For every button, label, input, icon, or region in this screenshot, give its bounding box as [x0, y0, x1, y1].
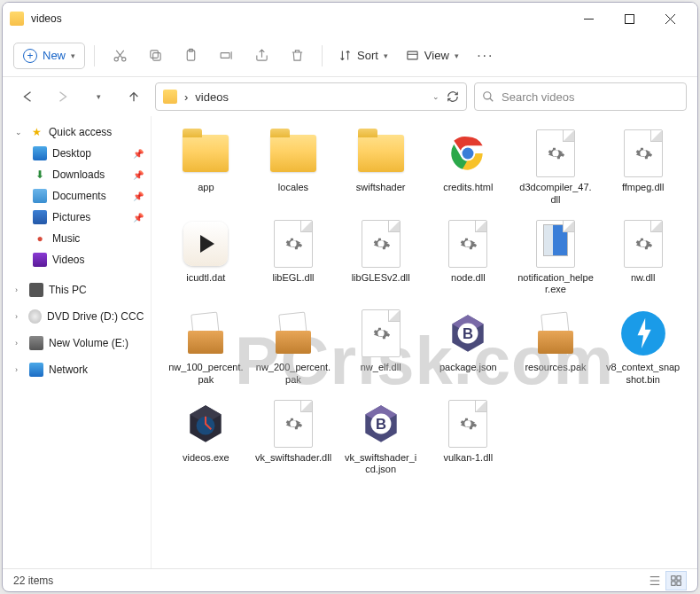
- downloads-icon: ⬇: [33, 168, 47, 182]
- file-item[interactable]: nw_elf.dll: [338, 305, 423, 390]
- sidebar-quick-access[interactable]: ⌄ ★ Quick access: [3, 121, 151, 143]
- file-label: locales: [278, 182, 308, 194]
- file-label: nw_200_percent.pak: [255, 362, 332, 387]
- breadcrumb-current: videos: [195, 90, 229, 104]
- more-button[interactable]: ···: [470, 40, 502, 72]
- disc-icon: [28, 309, 42, 324]
- address-bar[interactable]: › videos ⌄: [155, 82, 467, 111]
- separator: [94, 45, 95, 66]
- copy-button[interactable]: [139, 40, 171, 72]
- file-label: v8_context_snapshot.bin: [604, 362, 681, 387]
- chevron-down-icon[interactable]: ⌄: [432, 92, 439, 101]
- forward-button[interactable]: [49, 82, 77, 111]
- rename-button[interactable]: [210, 40, 242, 72]
- file-icon: [181, 129, 230, 178]
- file-icon: B: [443, 309, 493, 358]
- sidebar-item-music[interactable]: ●Music: [3, 228, 151, 249]
- delete-button[interactable]: [281, 40, 313, 72]
- search-input[interactable]: Search videos: [474, 82, 687, 111]
- file-item[interactable]: app: [164, 125, 248, 210]
- sidebar-item-desktop[interactable]: Desktop📌: [3, 143, 151, 164]
- svg-rect-22: [677, 581, 681, 584]
- sidebar-item-downloads[interactable]: ⬇Downloads📌: [3, 164, 151, 185]
- plus-icon: +: [23, 49, 37, 63]
- chevron-right-icon: ›: [15, 339, 24, 348]
- file-item[interactable]: credits.html: [426, 125, 510, 210]
- file-item[interactable]: ffmpeg.dll: [601, 125, 685, 210]
- file-item[interactable]: v8_context_snapshot.bin: [601, 305, 685, 390]
- drive-icon: [29, 336, 43, 350]
- file-icon: [531, 309, 580, 358]
- sort-button[interactable]: Sort ▾: [331, 43, 395, 67]
- sidebar-item-pictures[interactable]: Pictures📌: [3, 207, 151, 228]
- file-item[interactable]: libEGL.dll: [252, 215, 336, 301]
- file-item[interactable]: node.dll: [426, 215, 510, 301]
- svg-point-1: [114, 58, 118, 61]
- details-view-button[interactable]: [644, 571, 665, 590]
- file-icon: [181, 219, 230, 269]
- file-label: notification_helper.exe: [517, 272, 595, 297]
- command-toolbar: + New ▾ Sort ▾ View ▾ ···: [3, 35, 697, 77]
- network-icon: [29, 363, 43, 377]
- sidebar-item-documents[interactable]: Documents📌: [3, 185, 151, 207]
- svg-point-9: [484, 92, 491, 99]
- file-item[interactable]: nw_100_percent.pak: [164, 305, 248, 390]
- chevron-down-icon: ▾: [71, 51, 75, 60]
- sidebar-this-pc[interactable]: ›This PC: [3, 279, 151, 301]
- chevron-right-icon: ›: [15, 285, 24, 294]
- file-icon: [268, 219, 318, 269]
- view-icon: [406, 49, 419, 62]
- chevron-right-icon: ›: [15, 312, 23, 321]
- up-button[interactable]: [120, 82, 148, 111]
- file-item[interactable]: Bvk_swiftshader_icd.json: [338, 395, 423, 481]
- sidebar-network[interactable]: ›Network: [3, 359, 151, 380]
- search-icon: [482, 90, 494, 103]
- recent-button[interactable]: ▾: [84, 82, 113, 111]
- pc-icon: [29, 283, 43, 297]
- quick-access-label: Quick access: [49, 126, 112, 138]
- sidebar-dvd[interactable]: ›DVD Drive (D:) CCCC: [3, 306, 151, 327]
- file-item[interactable]: videos.exe: [164, 395, 248, 481]
- sidebar-new-volume[interactable]: ›New Volume (E:): [3, 332, 151, 354]
- cut-button[interactable]: [104, 40, 136, 72]
- file-label: credits.html: [443, 182, 493, 194]
- sidebar-item-videos[interactable]: Videos: [3, 249, 151, 270]
- file-item[interactable]: Bpackage.json: [426, 305, 510, 390]
- desktop-icon: [33, 146, 47, 160]
- file-item[interactable]: nw.dll: [601, 215, 685, 301]
- file-label: app: [198, 182, 214, 194]
- file-item[interactable]: notification_helper.exe: [514, 215, 598, 301]
- body: ⌄ ★ Quick access Desktop📌 ⬇Downloads📌 Do…: [3, 116, 697, 568]
- file-item[interactable]: libGLESv2.dll: [338, 215, 423, 301]
- file-icon: [181, 399, 230, 449]
- file-icon: [356, 309, 406, 358]
- file-icon: [268, 129, 318, 178]
- refresh-icon[interactable]: [447, 90, 459, 103]
- file-item[interactable]: nw_200_percent.pak: [252, 305, 336, 390]
- files-grid[interactable]: PCrisk.com applocalesswiftshadercredits.…: [152, 116, 697, 568]
- file-item[interactable]: swiftshader: [338, 125, 423, 210]
- pin-icon: 📌: [133, 191, 144, 201]
- file-icon: [531, 129, 580, 178]
- view-button[interactable]: View ▾: [399, 43, 466, 67]
- new-button[interactable]: + New ▾: [13, 43, 85, 69]
- file-item[interactable]: vk_swiftshader.dll: [252, 395, 336, 481]
- close-button[interactable]: [649, 4, 690, 33]
- status-bar: 22 items: [3, 568, 697, 591]
- back-button[interactable]: [13, 82, 42, 111]
- file-label: vk_swiftshader.dll: [255, 452, 331, 465]
- icons-view-button[interactable]: [665, 571, 687, 590]
- file-item[interactable]: d3dcompiler_47.dll: [514, 125, 598, 210]
- file-item[interactable]: locales: [252, 125, 336, 210]
- file-item[interactable]: resources.pak: [514, 305, 598, 390]
- file-label: resources.pak: [525, 362, 586, 374]
- paste-button[interactable]: [175, 40, 206, 72]
- share-button[interactable]: [245, 40, 277, 72]
- pin-icon: 📌: [133, 170, 144, 180]
- sort-icon: [338, 49, 352, 62]
- file-icon: [356, 129, 406, 178]
- minimize-button[interactable]: [568, 4, 609, 33]
- maximize-button[interactable]: [609, 4, 649, 33]
- file-item[interactable]: icudtl.dat: [164, 215, 248, 301]
- file-item[interactable]: vulkan-1.dll: [426, 395, 510, 481]
